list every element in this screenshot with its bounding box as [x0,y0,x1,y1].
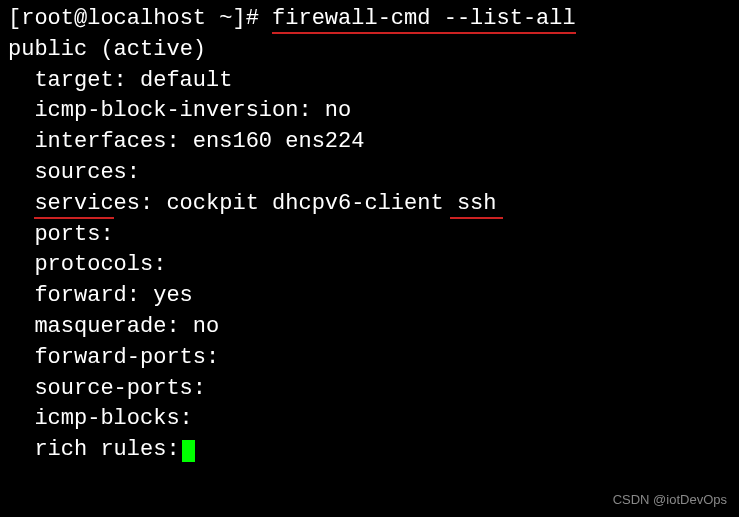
output-sources: sources: [8,158,731,189]
output-protocols: protocols: [8,250,731,281]
output-icmp-blocks: icmp-blocks: [8,404,731,435]
output-rich-rules: rich rules: [8,435,731,466]
services-label: services: [34,191,153,216]
services-value: cockpit dhcpv6-client [153,191,457,216]
output-zone: public (active) [8,35,731,66]
output-services: services: cockpit dhcpv6-client ssh [8,189,731,220]
output-target: target: default [8,66,731,97]
terminal-cursor [182,440,195,462]
output-forward-ports: forward-ports: [8,343,731,374]
services-ssh: ssh [457,191,497,216]
output-masquerade: masquerade: no [8,312,731,343]
watermark: CSDN @iotDevOps [613,491,727,509]
output-icmp-block-inversion: icmp-block-inversion: no [8,96,731,127]
rich-rules-text: rich rules: [34,437,179,462]
output-source-ports: source-ports: [8,374,731,405]
prompt-line[interactable]: [root@localhost ~]# firewall-cmd --list-… [8,4,731,35]
output-forward: forward: yes [8,281,731,312]
command-text: firewall-cmd --list-all [272,6,576,31]
output-ports: ports: [8,220,731,251]
prompt-prefix: [root@localhost ~]# [8,6,272,31]
output-interfaces: interfaces: ens160 ens224 [8,127,731,158]
